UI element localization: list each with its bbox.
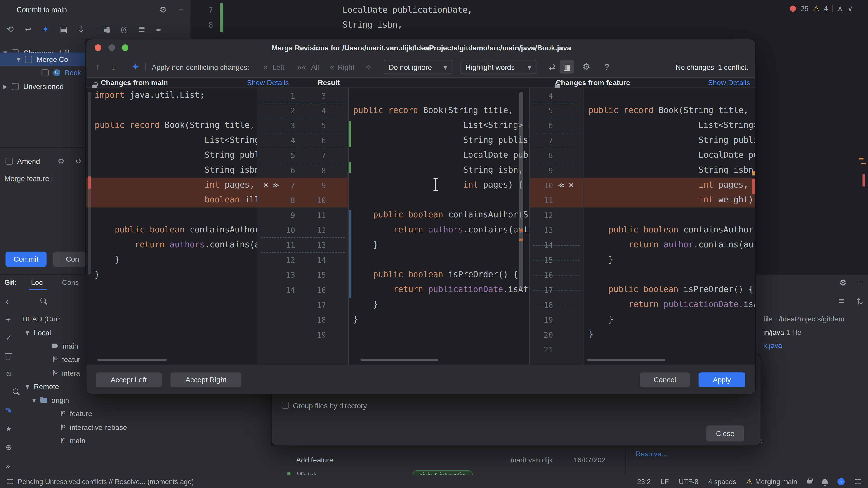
- zoom-window-icon[interactable]: [122, 44, 128, 51]
- magic-resolve-icon[interactable]: ✦: [132, 63, 139, 71]
- branch-row[interactable]: main: [60, 434, 85, 447]
- highlight-policy-dropdown[interactable]: Highlight words ▾: [461, 60, 537, 74]
- code-line[interactable]: String publisher,: [349, 133, 529, 148]
- branch-pill[interactable]: origin & interactive: [412, 470, 472, 475]
- commit-row-message[interactable]: Add feature: [296, 456, 333, 464]
- gear-icon[interactable]: ⚙: [159, 5, 167, 14]
- commit-options-gear-icon[interactable]: ⚙: [58, 157, 65, 165]
- commit-row-message-partial[interactable]: Mistak: [296, 471, 317, 475]
- group-by-icon[interactable]: ▦: [103, 25, 111, 33]
- minimize-icon[interactable]: −: [857, 278, 863, 287]
- branch-row[interactable]: feature: [60, 407, 92, 420]
- status-message[interactable]: Pending Unresolved conflicts // Resolve.…: [18, 478, 194, 486]
- branch-row[interactable]: main: [52, 339, 78, 352]
- accept-right-button[interactable]: Accept Right: [170, 372, 241, 387]
- code-line[interactable]: [583, 267, 756, 282]
- right-show-details-link[interactable]: Show Details: [708, 78, 750, 87]
- close-window-icon[interactable]: [95, 44, 101, 51]
- preview-diff-icon[interactable]: ◎: [121, 25, 128, 33]
- branch-widget[interactable]: ⚠ Merging main: [746, 475, 797, 488]
- apply-change-icon[interactable]: ≫: [271, 181, 281, 189]
- code-line[interactable]: int pages,: [86, 177, 257, 193]
- code-line[interactable]: LocalDate publicationDate,: [232, 3, 473, 18]
- code-line[interactable]: public boolean containsAuthor(String aut…: [349, 207, 529, 222]
- indent-setting[interactable]: 4 spaces: [708, 478, 736, 486]
- code-line[interactable]: int pages) {: [349, 177, 529, 193]
- code-line[interactable]: [86, 103, 257, 118]
- minimize-icon[interactable]: −: [178, 5, 184, 14]
- code-line[interactable]: String isbn,: [232, 18, 403, 33]
- search-icon[interactable]: [12, 388, 20, 396]
- resolve-link[interactable]: Resolve...: [636, 450, 668, 458]
- code-line[interactable]: public boolean containsAuthor(String aut…: [86, 222, 257, 237]
- file-name[interactable]: Book: [65, 68, 81, 76]
- code-line[interactable]: boolean illustrations) {: [86, 193, 257, 207]
- ignore-policy-dropdown[interactable]: Do not ignore ▾: [383, 60, 452, 74]
- gear-icon[interactable]: ⚙: [839, 278, 847, 287]
- code-line[interactable]: [583, 207, 756, 222]
- left-scrollbar[interactable]: [88, 88, 91, 364]
- previous-change-icon[interactable]: ↑: [95, 63, 99, 71]
- scrollbar-thumb[interactable]: [587, 359, 665, 361]
- browse-icon[interactable]: ⊕: [5, 443, 12, 451]
- more-icon[interactable]: »: [5, 461, 10, 470]
- code-line[interactable]: LocalDate publicationDate,: [349, 148, 529, 163]
- code-line[interactable]: public record Book(String title,: [349, 103, 529, 118]
- code-line[interactable]: [583, 88, 756, 103]
- code-line[interactable]: }: [86, 267, 257, 282]
- code-line[interactable]: public boolean isPreOrder() {: [583, 282, 756, 297]
- branch-row-head[interactable]: HEAD (Curr: [22, 312, 61, 325]
- resolve-simple-conflicts-icon[interactable]: ✧: [365, 63, 372, 72]
- rollback-icon[interactable]: ⟲: [6, 25, 13, 33]
- scrollbar-error-stripe[interactable]: [862, 163, 866, 164]
- apply-all-icon[interactable]: »«: [297, 63, 306, 71]
- chevron-down-icon[interactable]: ▾: [26, 329, 29, 336]
- code-line[interactable]: String isbn,: [86, 163, 257, 177]
- edit-icon[interactable]: ✎: [5, 407, 12, 414]
- undo-icon[interactable]: ↩: [24, 25, 31, 33]
- editor-code[interactable]: 7 LocalDate publicationDate,8 String isb…: [196, 3, 694, 33]
- apply-all-label[interactable]: All: [311, 63, 319, 71]
- ignore-change-icon[interactable]: ✕: [566, 181, 576, 189]
- commit-button[interactable]: Commit: [5, 252, 46, 267]
- collapse-all-icon[interactable]: ≡: [156, 25, 161, 33]
- merge-left-pane[interactable]: import java.util.List;public record Book…: [86, 88, 257, 364]
- close-button[interactable]: Close: [706, 425, 744, 442]
- scrollbar-conflict-stripe[interactable]: [863, 174, 865, 186]
- file-checkbox[interactable]: [41, 69, 49, 76]
- code-line[interactable]: [86, 207, 257, 222]
- left-show-details-link[interactable]: Show Details: [247, 78, 289, 87]
- changed-file-row[interactable]: C Book: [41, 66, 81, 79]
- code-line[interactable]: public boolean isPreOrder() {: [349, 267, 529, 282]
- scrollbar-thumb[interactable]: [519, 92, 523, 290]
- expand-all-icon[interactable]: ≣: [138, 25, 145, 33]
- sync-scroll-toggle[interactable]: ▥: [560, 60, 574, 73]
- commit-and-push-button[interactable]: Con: [53, 252, 86, 267]
- remote-origin-row[interactable]: ▾ origin: [32, 393, 69, 407]
- code-line[interactable]: [349, 193, 529, 207]
- editor-pane[interactable]: 7 LocalDate publicationDate,8 String isb…: [191, 0, 868, 39]
- code-line[interactable]: [349, 252, 529, 267]
- unversioned-checkbox[interactable]: [12, 83, 19, 90]
- help-icon[interactable]: ?: [604, 63, 609, 71]
- tab-log[interactable]: Log: [31, 278, 43, 287]
- changelist-icon[interactable]: ▤: [60, 25, 68, 33]
- code-line[interactable]: return publicationDate.isAfter(LocalDate…: [583, 297, 756, 312]
- cancel-button[interactable]: Cancel: [640, 372, 690, 387]
- chevron-right-icon[interactable]: ▸: [3, 83, 7, 90]
- code-line[interactable]: public boolean containsAuthor(String aut…: [583, 222, 756, 237]
- prev-problem-icon[interactable]: ∧: [837, 4, 843, 12]
- code-line[interactable]: return author.contains(author);: [583, 237, 756, 252]
- chevron-down-icon[interactable]: ▾: [26, 382, 29, 390]
- code-line[interactable]: return authors.contains(author);: [86, 237, 257, 252]
- star-icon[interactable]: ★: [5, 425, 12, 432]
- notifications-bell-icon[interactable]: [822, 479, 828, 484]
- code-line[interactable]: }: [583, 252, 756, 267]
- branch-row[interactable]: interactive-rebase: [60, 420, 127, 434]
- sort-icon[interactable]: ≣: [838, 297, 845, 305]
- amend-checkbox[interactable]: [5, 158, 13, 165]
- commit-message-field[interactable]: Merge feature i: [4, 174, 53, 183]
- screen-share-icon[interactable]: [855, 479, 861, 484]
- history-icon[interactable]: ↺: [75, 157, 82, 165]
- code-line[interactable]: public record Book(String title,: [583, 103, 756, 118]
